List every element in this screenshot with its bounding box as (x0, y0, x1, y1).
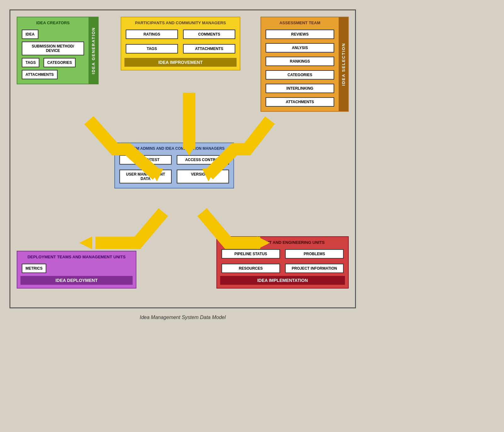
idea-selection-label: IDEA SELECTION (341, 43, 346, 86)
center-box: SYSTEM ADMINS AND IDEA COMPETITION MANAG… (114, 143, 234, 188)
item-comments: COMMENTS (183, 30, 235, 39)
item-project-info: PROJECT INFORMATION (285, 264, 344, 273)
item-ratings: RATINGS (126, 30, 178, 39)
idea-generation-label: IDEA GENERATION (91, 27, 96, 74)
item-attachments: ATTACHMENTS (22, 70, 58, 79)
item-reviews: REVIEWS (266, 30, 334, 39)
item-tags: TAGS (22, 58, 39, 67)
deployment-title: DEPLOYMENT TEAMS AND MANAGEMENT UNITS (20, 255, 133, 259)
item-rankings: RANKINGS (266, 57, 334, 66)
item-categories: CATEGORIES (43, 58, 76, 67)
item-categories-a: CATEGORIES (266, 70, 334, 80)
svg-marker-4 (79, 236, 92, 249)
item-metrics: METRICS (22, 264, 46, 273)
diagram-container: IDEA CREATORS IDEA SUBMISSION METHOD/ DE… (9, 9, 356, 308)
participants-items: RATINGS COMMENTS TAGS ATTACHMENTS (124, 28, 237, 55)
item-idea-contest: IDEA CONTEST (119, 155, 172, 165)
idea-creators-main: IDEA CREATORS IDEA SUBMISSION METHOD/ DE… (17, 17, 89, 84)
idea-deployment-bar: IDEA DEPLOYMENT (20, 276, 133, 285)
participants-title: PARTICIPANTS AND COMMUNITY MANAGERS (124, 20, 237, 25)
diagram-caption: Idea Management System Data Model (9, 315, 356, 320)
development-items: PIPELINE STATUS PROBLEMS RESOURCES PROJE… (220, 248, 345, 274)
center-title: SYSTEM ADMINS AND IDEA COMPETITION MANAG… (118, 146, 230, 151)
idea-creators-items: IDEA SUBMISSION METHOD/ DEVICE TAGS CATE… (20, 28, 85, 81)
item-versioning: VERSIONING (177, 170, 229, 183)
assessment-items: REVIEWS ANLYSIS RANKINGS CATEGORIES INTE… (264, 28, 335, 108)
idea-implementation-bar: IDEA IMPLEMENTATION (220, 276, 345, 285)
development-box: DEVELOPMENT AND ENGINEERING UNITS PIPELI… (216, 236, 349, 289)
assessment-title: ASSESSMENT TEAM (264, 20, 335, 25)
idea-generation-sidebar: IDEA GENERATION (89, 17, 98, 84)
item-idea: IDEA (22, 30, 38, 39)
assessment-main: ASSESSMENT TEAM REVIEWS ANLYSIS RANKINGS… (261, 17, 339, 111)
item-problems: PROBLEMS (285, 249, 344, 259)
item-submission: SUBMISSION METHOD/ DEVICE (22, 42, 84, 55)
idea-selection-sidebar: IDEA SELECTION (339, 17, 348, 111)
item-user-management: USER MANAGEMENT DATA (119, 170, 172, 183)
item-attachments-a: ATTACHMENTS (266, 97, 334, 107)
idea-creators-box: IDEA CREATORS IDEA SUBMISSION METHOD/ DE… (17, 17, 99, 84)
item-interlinking: INTERLINKING (266, 84, 334, 93)
item-tags-p: TAGS (126, 44, 178, 53)
development-title: DEVELOPMENT AND ENGINEERING UNITS (220, 240, 345, 245)
item-attachments-p: ATTACHMENTS (183, 44, 235, 53)
participants-box: PARTICIPANTS AND COMMUNITY MANAGERS RATI… (121, 17, 240, 70)
assessment-box: ASSESSMENT TEAM REVIEWS ANLYSIS RANKINGS… (261, 17, 349, 112)
deployment-items: METRICS (20, 262, 133, 274)
item-analysis: ANLYSIS (266, 43, 334, 53)
item-resources: RESOURCES (221, 264, 280, 273)
idea-improvement-bar: IDEA IMPROVEMENT (124, 58, 237, 67)
center-items: IDEA CONTEST ACCESS CONTROL USER MANAGEM… (118, 154, 230, 185)
deployment-box: DEPLOYMENT TEAMS AND MANAGEMENT UNITS ME… (17, 251, 136, 289)
item-pipeline: PIPELINE STATUS (221, 249, 280, 259)
idea-creators-title: IDEA CREATORS (20, 20, 85, 25)
item-access-control: ACCESS CONTROL (177, 155, 229, 165)
